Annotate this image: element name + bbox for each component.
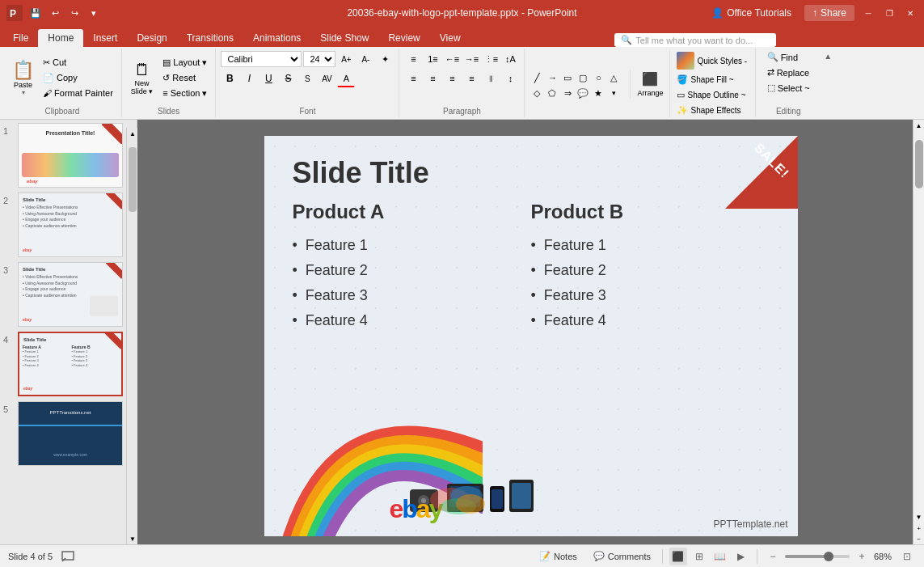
tab-file[interactable]: File: [3, 29, 38, 47]
align-right-btn[interactable]: ≡: [443, 70, 461, 87]
customize-quick-btn[interactable]: ▾: [86, 5, 102, 21]
cols-btn[interactable]: ⫴: [482, 70, 500, 87]
triangle-btn[interactable]: △: [606, 70, 621, 85]
text-direction-btn[interactable]: ↕A: [501, 50, 519, 68]
slideshow-view-btn[interactable]: ▶: [732, 548, 750, 565]
cut-btn[interactable]: ✂ Cut: [40, 56, 116, 70]
scroll-up-btn[interactable]: ▲: [127, 128, 137, 139]
zoom-out-btn[interactable]: −: [764, 548, 782, 565]
zoom-slider[interactable]: [785, 555, 850, 558]
align-left-btn[interactable]: ≡: [404, 70, 422, 87]
section-btn[interactable]: ≡ Section ▾: [159, 87, 210, 100]
fit-slide-btn[interactable]: ⊡: [898, 548, 916, 565]
collapse-ribbon-btn[interactable]: ▲: [821, 49, 832, 117]
vscroll-up-btn[interactable]: ▲: [913, 120, 924, 132]
slide-sorter-btn[interactable]: ⊞: [690, 548, 708, 565]
callout-btn[interactable]: 💬: [576, 86, 590, 100]
star-btn[interactable]: ★: [591, 86, 605, 100]
decrease-indent-btn[interactable]: ←≡: [443, 50, 461, 68]
bullets-btn[interactable]: ≡: [404, 50, 422, 68]
minimize-btn[interactable]: ─: [861, 6, 875, 20]
underline-btn[interactable]: U: [259, 70, 277, 87]
tab-review[interactable]: Review: [378, 29, 429, 47]
font-name-select[interactable]: Calibri: [221, 51, 302, 67]
line-shape-btn[interactable]: ╱: [530, 70, 544, 85]
tab-home[interactable]: Home: [38, 29, 83, 47]
strikethrough-btn[interactable]: S: [279, 70, 297, 87]
zoom-in-btn[interactable]: +: [853, 548, 871, 565]
close-btn[interactable]: ✕: [903, 6, 918, 20]
decrease-font-btn[interactable]: A-: [357, 50, 374, 68]
replace-btn[interactable]: ⇄ Replace: [764, 66, 812, 79]
product-b-list: Feature 1 Feature 2 Feature 3 Feature 4: [531, 233, 757, 333]
vscroll-down-btn[interactable]: ▼: [913, 511, 924, 523]
increase-indent-btn[interactable]: →≡: [462, 50, 480, 68]
arrange-btn[interactable]: ⬛ Arrange: [634, 70, 666, 99]
vscroll-zoom-down[interactable]: −: [915, 534, 922, 544]
tab-slideshow[interactable]: Slide Show: [310, 29, 378, 47]
select-btn[interactable]: ⬚ Select ~: [764, 81, 813, 95]
ribbon: 📋 Paste ▾ ✂ Cut 📄 Copy 🖌 Format Painter …: [0, 47, 924, 120]
reset-btn[interactable]: ↺ Reset: [159, 71, 210, 85]
canvas-vscrollbar[interactable]: ▲ ▼ + −: [913, 120, 924, 544]
rect-shape-btn[interactable]: ▭: [560, 70, 575, 85]
share-btn[interactable]: ↑ Share: [804, 5, 854, 21]
quick-styles-btn[interactable]: Quick Styles -: [673, 50, 750, 71]
pentagon-btn[interactable]: ⬠: [545, 86, 559, 100]
scroll-down-btn[interactable]: ▼: [127, 533, 137, 544]
restore-btn[interactable]: ❐: [882, 6, 897, 20]
shapes-more-btn[interactable]: ▾: [606, 86, 621, 100]
line-spacing-btn[interactable]: ↕: [501, 70, 519, 87]
normal-view-btn[interactable]: ⬛: [669, 548, 687, 565]
reading-view-btn[interactable]: 📖: [711, 548, 729, 565]
font-size-select[interactable]: 24: [303, 51, 335, 67]
font-color-btn[interactable]: A: [337, 70, 355, 87]
new-slide-btn[interactable]: 🗒 NewSlide ▾: [127, 50, 158, 105]
notes-btn[interactable]: 📝 Notes: [534, 549, 582, 563]
oval-btn[interactable]: ○: [591, 70, 605, 85]
clear-format-btn[interactable]: ✦: [376, 50, 394, 68]
find-btn[interactable]: 🔍 Find: [764, 50, 801, 64]
section-icon: ≡: [162, 88, 167, 98]
bold-btn[interactable]: B: [221, 70, 238, 87]
slide-thumb-2[interactable]: 2 Slide Title • Video Effective Presenta…: [3, 193, 133, 257]
tab-insert[interactable]: Insert: [83, 29, 127, 47]
slide-thumb-3[interactable]: 3 Slide Title • Video Effective Presenta…: [3, 262, 133, 327]
paste-btn[interactable]: 📋 Paste ▾: [8, 50, 38, 105]
slide-thumb-5[interactable]: 5 PPTTransitions.net www.example.com: [3, 401, 133, 466]
shape-fill-btn[interactable]: 🪣 Shape Fill ~: [673, 73, 750, 87]
layout-btn[interactable]: ▤ Layout ▾: [159, 56, 210, 70]
tell-me-input[interactable]: 🔍 Tell me what you want to do...: [614, 33, 776, 47]
slide-thumb-1[interactable]: 1 Presentation Title! ebay: [3, 123, 133, 188]
office-tutorials-btn[interactable]: 👤 Office Tutorials: [705, 5, 798, 21]
increase-font-btn[interactable]: A+: [337, 50, 355, 68]
slide-thumb-4[interactable]: 4 Slide Title Feature A • Feature 1• Fea…: [3, 332, 133, 396]
italic-btn[interactable]: I: [240, 70, 258, 87]
char-spacing-btn[interactable]: AV: [318, 70, 335, 87]
vscroll-zoom-up[interactable]: +: [915, 523, 922, 534]
slide-notes-btn[interactable]: [59, 548, 77, 565]
undo-quick-btn[interactable]: ↩: [47, 5, 63, 21]
numbering-btn[interactable]: 1≡: [424, 50, 441, 68]
tab-design[interactable]: Design: [127, 29, 176, 47]
rounded-rect-btn[interactable]: ▢: [576, 70, 590, 85]
justify-btn[interactable]: ≡: [462, 70, 480, 87]
format-painter-btn[interactable]: 🖌 Format Painter: [40, 87, 116, 99]
comments-btn[interactable]: 💬 Comments: [589, 549, 656, 563]
shape-outline-btn[interactable]: ▭ Shape Outline ~: [673, 88, 750, 102]
slide-panel-scrollbar[interactable]: ▲ ▼: [126, 128, 137, 544]
tab-animations[interactable]: Animations: [243, 29, 310, 47]
arrow2-btn[interactable]: ⇒: [560, 86, 575, 100]
tab-transitions[interactable]: Transitions: [177, 29, 243, 47]
shadow-btn[interactable]: S: [298, 70, 316, 87]
redo-quick-btn[interactable]: ↪: [66, 5, 82, 21]
copy-btn[interactable]: 📄 Copy: [40, 71, 116, 85]
smartart-btn[interactable]: ⋮≡: [482, 50, 500, 68]
shape-effects-btn[interactable]: ✨ Shape Effects: [673, 104, 750, 117]
align-center-btn[interactable]: ≡: [424, 70, 441, 87]
save-quick-btn[interactable]: 💾: [27, 5, 44, 21]
arrow-shape-btn[interactable]: →: [545, 70, 559, 85]
diamond-btn[interactable]: ◇: [530, 86, 544, 100]
comments-label: Comments: [608, 552, 651, 561]
tab-view[interactable]: View: [430, 29, 470, 47]
